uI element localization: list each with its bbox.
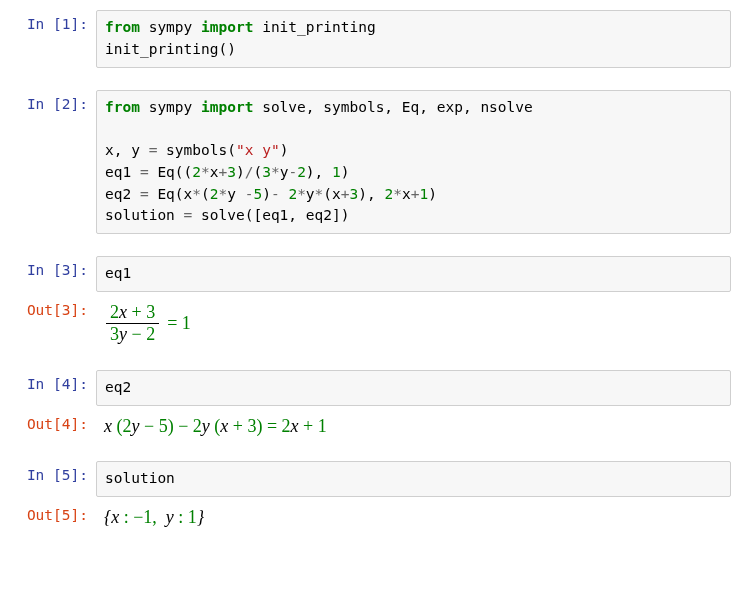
- code-text: ): [236, 164, 245, 180]
- math-text: + 1: [299, 416, 327, 436]
- output-prompt: Out[5]:: [10, 501, 96, 523]
- code-text: solution: [105, 470, 175, 486]
- code-text: ),: [358, 186, 384, 202]
- code-cell: In [5]: solution: [10, 461, 731, 497]
- operator: *: [192, 186, 201, 202]
- math-output: 2x + 3 3y − 2 = 1: [96, 296, 731, 348]
- keyword: import: [201, 99, 253, 115]
- code-text: Eq((: [149, 164, 193, 180]
- output-cell: Out[5]: {x : −1, y : 1}: [10, 501, 731, 531]
- keyword: from: [105, 99, 140, 115]
- output-cell: Out[3]: 2x + 3 3y − 2 = 1: [10, 296, 731, 348]
- code-text: ),: [306, 164, 332, 180]
- math-output: {x : −1, y : 1}: [96, 501, 731, 531]
- keyword: from: [105, 19, 140, 35]
- math-text: (: [210, 416, 221, 436]
- code-cell: In [2]: from sympy import solve, symbols…: [10, 90, 731, 235]
- code-text: init_printing(): [105, 41, 236, 57]
- math-text: 3: [110, 324, 119, 344]
- code-text: (: [253, 164, 262, 180]
- number: 2: [192, 164, 201, 180]
- code-text: x: [210, 164, 219, 180]
- operator: *: [271, 164, 280, 180]
- math-text: − 2: [127, 324, 155, 344]
- math-output: x (2y − 5) − 2y (x + 3) = 2x + 1: [96, 410, 731, 440]
- code-cell: In [1]: from sympy import init_printing …: [10, 10, 731, 68]
- code-text: eq2: [105, 186, 140, 202]
- math-text: y: [132, 416, 140, 436]
- math-text: y: [202, 416, 210, 436]
- code-text: x, y: [105, 142, 149, 158]
- operator: =: [184, 207, 193, 223]
- math-text: = 1: [167, 313, 191, 335]
- operator: *: [201, 164, 210, 180]
- code-text: ): [341, 164, 350, 180]
- operator: -: [288, 164, 297, 180]
- number: 1: [332, 164, 341, 180]
- operator: +: [219, 164, 228, 180]
- input-prompt: In [2]:: [10, 90, 96, 112]
- number: 2: [288, 186, 297, 202]
- code-text: y: [227, 186, 244, 202]
- number: 2: [210, 186, 219, 202]
- code-text: solve([eq1, eq2]): [192, 207, 349, 223]
- operator: *: [297, 186, 306, 202]
- code-text: Eq(x: [149, 186, 193, 202]
- code-input[interactable]: from sympy import init_printing init_pri…: [96, 10, 731, 68]
- code-input[interactable]: eq1: [96, 256, 731, 292]
- fraction: 2x + 3 3y − 2: [106, 302, 159, 346]
- number: 1: [419, 186, 428, 202]
- output-prompt: Out[3]:: [10, 296, 96, 318]
- code-text: (: [201, 186, 210, 202]
- code-input[interactable]: from sympy import solve, symbols, Eq, ex…: [96, 90, 731, 235]
- number: 3: [227, 164, 236, 180]
- math-text: x: [104, 416, 112, 436]
- operator: =: [140, 186, 149, 202]
- keyword: import: [201, 19, 253, 35]
- code-text: (x: [323, 186, 340, 202]
- number: 5: [253, 186, 262, 202]
- number: 3: [350, 186, 359, 202]
- code-cell: In [4]: eq2: [10, 370, 731, 406]
- number: 2: [297, 164, 306, 180]
- math-text: (2: [112, 416, 132, 436]
- input-prompt: In [3]:: [10, 256, 96, 278]
- code-text: ): [280, 142, 289, 158]
- code-text: y: [306, 186, 315, 202]
- code-text: solve, symbols, Eq, exp, nsolve: [253, 99, 532, 115]
- operator: *: [219, 186, 228, 202]
- code-text: ): [428, 186, 437, 202]
- code-text: sympy: [140, 99, 201, 115]
- input-prompt: In [5]:: [10, 461, 96, 483]
- string-literal: "x y": [236, 142, 280, 158]
- math-text: − 5) − 2: [140, 416, 202, 436]
- math-text: x: [291, 416, 299, 436]
- code-text: eq1: [105, 265, 131, 281]
- operator: +: [341, 186, 350, 202]
- operator: =: [140, 164, 149, 180]
- input-prompt: In [1]:: [10, 10, 96, 32]
- math-text: + 3) = 2: [228, 416, 290, 436]
- code-text: sympy: [140, 19, 201, 35]
- math-text: x: [119, 302, 127, 322]
- operator: -: [271, 186, 280, 202]
- code-text: eq2: [105, 379, 131, 395]
- output-prompt: Out[4]:: [10, 410, 96, 432]
- code-text: solution: [105, 207, 184, 223]
- code-text: ): [262, 186, 271, 202]
- code-text: init_printing: [253, 19, 375, 35]
- code-cell: In [3]: eq1: [10, 256, 731, 292]
- code-input[interactable]: solution: [96, 461, 731, 497]
- code-input[interactable]: eq2: [96, 370, 731, 406]
- number: 2: [384, 186, 393, 202]
- code-text: eq1: [105, 164, 140, 180]
- operator: *: [393, 186, 402, 202]
- number: 3: [262, 164, 271, 180]
- math-text: 2: [110, 302, 119, 322]
- math-text: + 3: [127, 302, 155, 322]
- math-text: y: [119, 324, 127, 344]
- output-cell: Out[4]: x (2y − 5) − 2y (x + 3) = 2x + 1: [10, 410, 731, 440]
- input-prompt: In [4]:: [10, 370, 96, 392]
- code-text: symbols(: [157, 142, 236, 158]
- code-text: x: [402, 186, 411, 202]
